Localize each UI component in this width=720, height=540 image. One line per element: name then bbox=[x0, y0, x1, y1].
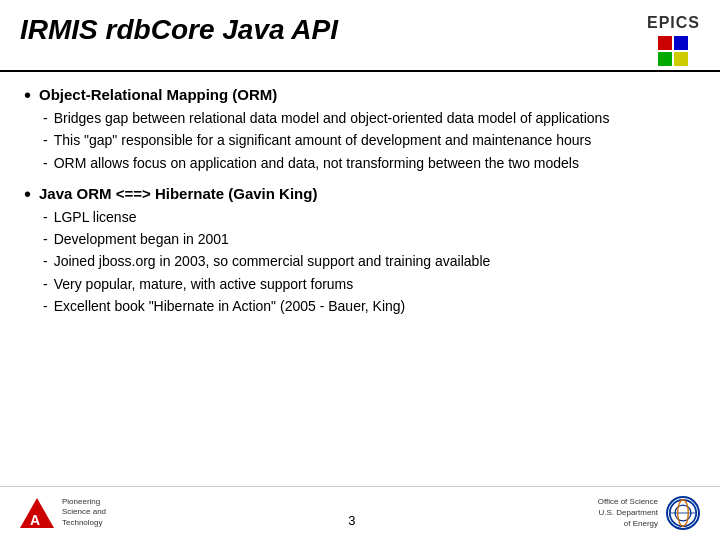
sub-text-2-2: Development began in 2001 bbox=[54, 229, 696, 249]
sub-list-2: - LGPL license - Development began in 20… bbox=[39, 207, 696, 316]
sub-item-1-3: - ORM allows focus on application and da… bbox=[43, 153, 696, 173]
sub-list-1: - Bridges gap between relational data mo… bbox=[39, 108, 696, 173]
page-title: IRMIS rdbCore Java API bbox=[20, 14, 637, 46]
dash-2-2: - bbox=[43, 229, 48, 249]
slide-footer: A Pioneering Science and Technology 3 Of… bbox=[0, 486, 720, 540]
slide-header: IRMIS rdbCore Java API EPICS bbox=[0, 0, 720, 72]
page-number: 3 bbox=[348, 513, 355, 532]
sq-blue bbox=[674, 36, 688, 50]
sub-text-2-4: Very popular, mature, with active suppor… bbox=[54, 274, 696, 294]
sub-text-1-3: ORM allows focus on application and data… bbox=[54, 153, 696, 173]
anl-logo: A bbox=[20, 496, 54, 530]
sub-item-2-3: - Joined jboss.org in 2003, so commercia… bbox=[43, 251, 696, 271]
main-bullet-list: • Object-Relational Mapping (ORM) - Brid… bbox=[24, 84, 696, 318]
footer-left: A Pioneering Science and Technology bbox=[20, 496, 106, 530]
dash-1-1: - bbox=[43, 108, 48, 128]
dash-1-3: - bbox=[43, 153, 48, 173]
footer-right: Office of Science U.S. Department of Ene… bbox=[598, 496, 700, 530]
sq-yellow bbox=[674, 52, 688, 66]
doe-logo-svg bbox=[668, 496, 698, 530]
sq-red bbox=[658, 36, 672, 50]
bullet-title-2: Java ORM <==> Hibernate (Gavin King) bbox=[39, 185, 317, 202]
dash-2-4: - bbox=[43, 274, 48, 294]
pioneer-text: Pioneering Science and Technology bbox=[62, 497, 106, 528]
bullet-dot-1: • bbox=[24, 82, 31, 108]
sub-item-2-2: - Development began in 2001 bbox=[43, 229, 696, 249]
doe-logo bbox=[666, 496, 700, 530]
anl-letter: A bbox=[30, 512, 40, 528]
sub-item-2-4: - Very popular, mature, with active supp… bbox=[43, 274, 696, 294]
sub-text-2-1: LGPL license bbox=[54, 207, 696, 227]
sub-text-2-5: Excellent book "Hibernate in Action" (20… bbox=[54, 296, 696, 316]
sub-item-1-2: - This "gap" responsible for a significa… bbox=[43, 130, 696, 150]
epics-squares bbox=[658, 36, 688, 66]
dash-1-2: - bbox=[43, 130, 48, 150]
epics-label: EPICS bbox=[647, 14, 700, 32]
sub-item-2-5: - Excellent book "Hibernate in Action" (… bbox=[43, 296, 696, 316]
doe-text: Office of Science U.S. Department of Ene… bbox=[598, 496, 658, 530]
sub-text-2-3: Joined jboss.org in 2003, so commercial … bbox=[54, 251, 696, 271]
bullet-content-1: Object-Relational Mapping (ORM) - Bridge… bbox=[39, 84, 696, 175]
sub-item-2-1: - LGPL license bbox=[43, 207, 696, 227]
slide-content: • Object-Relational Mapping (ORM) - Brid… bbox=[0, 72, 720, 486]
dash-2-5: - bbox=[43, 296, 48, 316]
bullet-item-1: • Object-Relational Mapping (ORM) - Brid… bbox=[24, 84, 696, 175]
sub-text-1-2: This "gap" responsible for a significant… bbox=[54, 130, 696, 150]
bullet-dot-2: • bbox=[24, 181, 31, 207]
dash-2-1: - bbox=[43, 207, 48, 227]
sq-green bbox=[658, 52, 672, 66]
bullet-item-2: • Java ORM <==> Hibernate (Gavin King) -… bbox=[24, 183, 696, 318]
sub-item-1-1: - Bridges gap between relational data mo… bbox=[43, 108, 696, 128]
slide: IRMIS rdbCore Java API EPICS • Object-Re… bbox=[0, 0, 720, 540]
dash-2-3: - bbox=[43, 251, 48, 271]
bullet-content-2: Java ORM <==> Hibernate (Gavin King) - L… bbox=[39, 183, 696, 318]
sub-text-1-1: Bridges gap between relational data mode… bbox=[54, 108, 696, 128]
bullet-title-1: Object-Relational Mapping (ORM) bbox=[39, 86, 277, 103]
epics-logo: EPICS bbox=[647, 14, 700, 66]
